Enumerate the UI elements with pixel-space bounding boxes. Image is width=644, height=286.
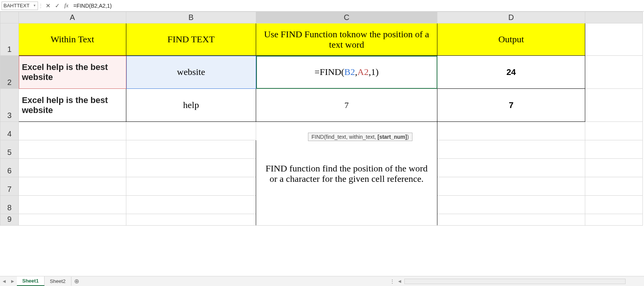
cell-E4[interactable]: [585, 122, 643, 140]
formula-ref-a2: A2: [358, 67, 369, 77]
tooltip-bold-arg: [start_num]: [377, 134, 407, 140]
tooltip-args: (find_text, within_text,: [324, 134, 377, 140]
formula-input[interactable]: =FIND(B2,A2,1): [71, 3, 455, 9]
horizontal-scroll[interactable]: ⋮ ◄: [390, 278, 629, 284]
tooltip-close: ): [407, 134, 409, 140]
cell-C3[interactable]: 7: [256, 89, 437, 122]
row-header-5[interactable]: 5: [0, 140, 19, 159]
scroll-sep-icon: ⋮: [390, 278, 395, 284]
cell-E7[interactable]: [585, 177, 643, 196]
cell-A2[interactable]: Excel help is the best website: [19, 56, 126, 89]
cell-D4[interactable]: [437, 122, 585, 140]
cancel-icon[interactable]: ✕: [43, 2, 53, 10]
note-text: FIND function find the position of the w…: [256, 160, 437, 188]
cell-D3[interactable]: 7: [437, 89, 585, 122]
cell-D7[interactable]: [437, 177, 585, 196]
cell-C1[interactable]: Use FIND Function toknow the position of…: [256, 23, 437, 56]
formula-prefix: =FIND(: [315, 67, 344, 77]
name-box[interactable]: BAHTTEXT ▼: [2, 2, 38, 10]
cell-C2[interactable]: =FIND(B2,A2,1): [256, 56, 437, 89]
cell-D9[interactable]: [437, 214, 585, 226]
grid: A B C D 1 Within Text FIND TEXT Use FIND…: [0, 12, 644, 276]
formula-bar: BAHTTEXT ▼ ⋮ ✕ ✓ fx =FIND(B2,A2,1): [0, 0, 644, 12]
cell-B4[interactable]: [126, 122, 256, 140]
row-header-2[interactable]: 2: [0, 56, 19, 89]
separator: ⋮: [38, 3, 43, 8]
cell-A9[interactable]: [19, 214, 126, 226]
cell-E2[interactable]: [585, 56, 643, 89]
cell-A5[interactable]: [19, 140, 126, 159]
cell-B2[interactable]: website: [126, 56, 256, 89]
scroll-left-icon[interactable]: ◄: [397, 278, 402, 284]
row-header-6[interactable]: 6: [0, 159, 19, 177]
cell-A6[interactable]: [19, 159, 126, 177]
cell-A4[interactable]: [19, 122, 126, 140]
cell-A7[interactable]: [19, 177, 126, 196]
select-all-corner[interactable]: [0, 12, 19, 23]
cell-E3[interactable]: [585, 89, 643, 122]
row-header-4[interactable]: 4: [0, 122, 19, 140]
name-box-dropdown-icon[interactable]: ▼: [33, 4, 36, 7]
cell-E1[interactable]: [585, 23, 643, 56]
tab-nav-prev-icon[interactable]: ◄: [0, 278, 8, 284]
col-header-B[interactable]: B: [126, 12, 256, 23]
cell-B5[interactable]: [126, 140, 256, 159]
formula-display: =FIND(B2,A2,1): [315, 67, 379, 77]
cell-B3[interactable]: help: [126, 89, 256, 122]
enter-icon[interactable]: ✓: [53, 2, 62, 10]
fx-icon[interactable]: fx: [62, 2, 71, 10]
row-header-9[interactable]: 9: [0, 214, 19, 226]
cell-B9[interactable]: [126, 214, 256, 226]
name-box-value: BAHTTEXT: [3, 3, 30, 8]
cell-E5[interactable]: [585, 140, 643, 159]
row-header-1[interactable]: 1: [0, 23, 19, 56]
cell-B8[interactable]: [126, 196, 256, 214]
col-header-A[interactable]: A: [19, 12, 126, 23]
cell-E9[interactable]: [585, 214, 643, 226]
col-header-C[interactable]: C: [256, 12, 437, 23]
cell-D1[interactable]: Output: [437, 23, 585, 56]
formula-tail: ,1): [369, 67, 379, 77]
sheet-tab-2[interactable]: Sheet2: [45, 277, 71, 286]
cell-E8[interactable]: [585, 196, 643, 214]
cell-A3[interactable]: Excel help is the best website: [19, 89, 126, 122]
cell-A8[interactable]: [19, 196, 126, 214]
sheet-tab-1[interactable]: Sheet1: [17, 276, 45, 286]
cell-D2[interactable]: 24: [437, 56, 585, 89]
row-header-7[interactable]: 7: [0, 177, 19, 196]
cell-D8[interactable]: [437, 196, 585, 214]
col-header-E[interactable]: [585, 12, 643, 23]
cell-B7[interactable]: [126, 177, 256, 196]
cell-B1[interactable]: FIND TEXT: [126, 23, 256, 56]
sheet-tab-bar: ◄ ► Sheet1 Sheet2 ⊕ ⋮ ◄: [0, 276, 644, 286]
cell-A1[interactable]: Within Text: [19, 23, 126, 56]
row-header-8[interactable]: 8: [0, 196, 19, 214]
function-tooltip: FIND(find_text, within_text, [start_num]…: [308, 133, 412, 141]
cell-D5[interactable]: [437, 140, 585, 159]
tab-nav-next-icon[interactable]: ►: [8, 278, 17, 284]
formula-ref-b2: B2: [344, 67, 355, 77]
add-sheet-icon[interactable]: ⊕: [71, 278, 82, 285]
cell-B6[interactable]: [126, 159, 256, 177]
scroll-track[interactable]: [404, 279, 626, 284]
cell-D6[interactable]: [437, 159, 585, 177]
cell-E6[interactable]: [585, 159, 643, 177]
row-header-3[interactable]: 3: [0, 89, 19, 122]
col-header-D[interactable]: D: [437, 12, 585, 23]
tooltip-fn: FIND: [311, 134, 324, 140]
